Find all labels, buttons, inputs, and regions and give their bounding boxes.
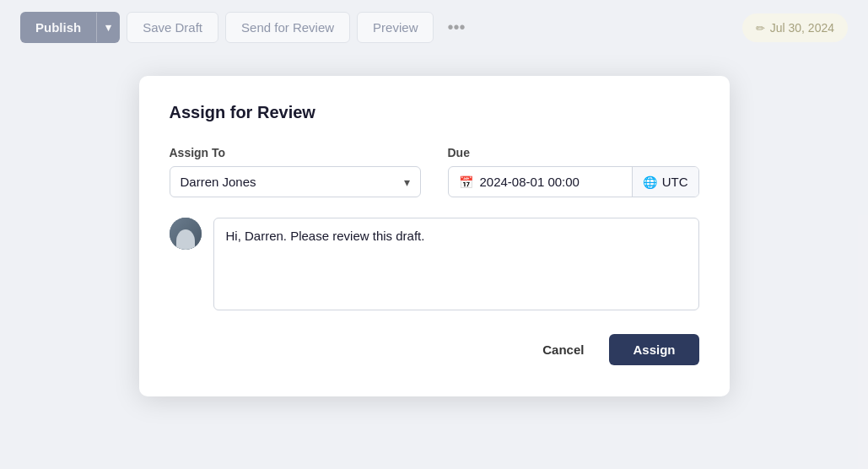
due-group: Due 2024-08-01 00:00 UTC (448, 146, 699, 197)
assign-to-group: Assign To Darren Jones ▾ (170, 146, 421, 197)
assign-review-modal: Assign for Review Assign To Darren Jones… (139, 76, 730, 396)
message-textarea[interactable] (213, 218, 699, 310)
due-tz-field[interactable]: UTC (632, 167, 698, 197)
assign-button[interactable]: Assign (609, 334, 698, 365)
calendar-icon (459, 175, 473, 189)
globe-icon (643, 175, 657, 189)
assign-to-value: Darren Jones (181, 175, 404, 189)
cancel-button[interactable]: Cancel (527, 334, 599, 365)
modal-title: Assign for Review (170, 103, 699, 122)
form-row: Assign To Darren Jones ▾ Due 2024-08-01 … (170, 146, 699, 197)
modal-footer: Cancel Assign (170, 334, 699, 365)
chevron-down-icon: ▾ (404, 175, 410, 189)
avatar-image (170, 218, 202, 250)
due-date-value: 2024-08-01 00:00 (480, 175, 580, 189)
due-wrapper: 2024-08-01 00:00 UTC (448, 166, 699, 197)
assign-to-select[interactable]: Darren Jones ▾ (170, 166, 421, 197)
assign-to-label: Assign To (170, 146, 421, 159)
avatar (170, 218, 202, 250)
due-tz-value: UTC (662, 175, 688, 189)
comment-area (170, 218, 699, 310)
modal-backdrop: Assign for Review Assign To Darren Jones… (0, 0, 868, 469)
due-label: Due (448, 146, 699, 159)
due-date-field[interactable]: 2024-08-01 00:00 (449, 167, 632, 197)
